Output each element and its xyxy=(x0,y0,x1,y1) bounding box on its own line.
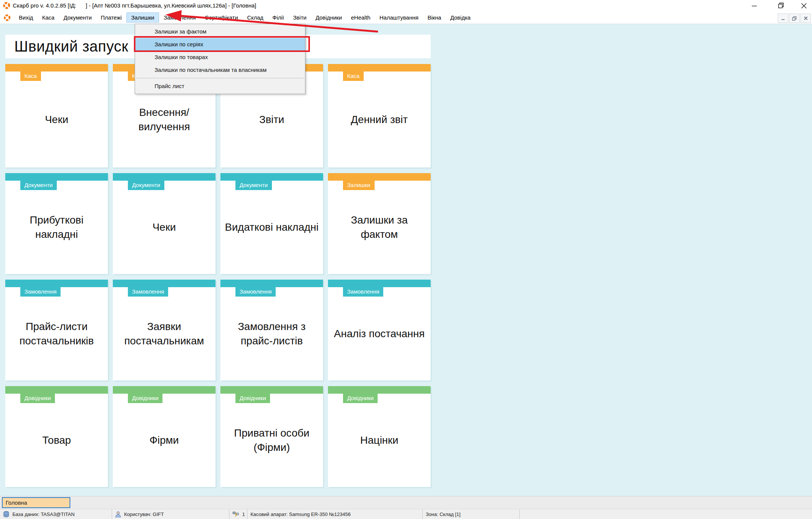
menu-item-zamovlennia[interactable]: Замовлення xyxy=(159,13,200,22)
tile-category-badge: Залишки xyxy=(343,181,375,190)
tile-zalyshky-za-faktom[interactable]: Залишки Залишки за фактом xyxy=(328,173,431,274)
tile-category-bar xyxy=(113,386,216,394)
menu-item-sertyfikaty[interactable]: Сертифікати xyxy=(200,13,243,22)
menu-item-sklad[interactable]: Склад xyxy=(243,13,268,22)
tile-label: Видаткові накладні xyxy=(220,213,323,234)
tile-category-badge: Замовлення xyxy=(235,287,276,297)
status-cash-register: Касовий апарат: Samsung ER-350 №123456 xyxy=(247,509,423,519)
tile-dokumenty-vydatkovi-nakladni[interactable]: Документи Видаткові накладні xyxy=(220,173,323,274)
tile-dovidnyky-pryvatni-osoby[interactable]: Довідники Приватні особи (Фірми) xyxy=(220,386,323,487)
tab-golovna[interactable]: Головна xyxy=(2,497,70,508)
page-title: Швидкий запуск xyxy=(5,38,128,55)
tile-category-bar xyxy=(113,280,216,287)
tile-category-bar xyxy=(5,173,108,181)
tile-category-badge: Документи xyxy=(20,181,57,190)
dropdown-item-zalyshky-za-faktom[interactable]: Залишки за фактом xyxy=(135,25,305,38)
tile-dokumenty-cheky[interactable]: Документи Чеки xyxy=(113,173,216,274)
tile-category-badge: Документи xyxy=(235,181,272,190)
tile-dovidnyky-tovar[interactable]: Довідники Товар xyxy=(5,386,108,487)
tile-category-badge: Замовлення xyxy=(20,287,61,297)
tile-category-badge: Каса xyxy=(20,72,41,81)
database-icon xyxy=(3,511,9,517)
status-zone-text: Зона: Склад [1] xyxy=(426,511,460,517)
menu-item-ehealth[interactable]: eHealth xyxy=(346,13,375,22)
dropdown-item-zalyshky-po-postachalnykam[interactable]: Залишки по постачальникам та власникам xyxy=(135,64,305,76)
tile-category-badge: Замовлення xyxy=(128,287,168,297)
dropdown-separator xyxy=(136,78,304,78)
app-logo-icon-small xyxy=(4,14,11,21)
zalyshky-dropdown-menu: Залишки за фактом Залишки по серіях Зали… xyxy=(135,24,305,94)
menu-item-zvity[interactable]: Звіти xyxy=(288,13,311,22)
mdi-restore-button[interactable] xyxy=(789,14,800,23)
tile-dovidnyky-firmy[interactable]: Довідники Фірми xyxy=(113,386,216,487)
tile-label: Аналіз постачання xyxy=(329,319,429,341)
tile-label: Фірми xyxy=(145,426,184,447)
menu-item-vikna[interactable]: Вікна xyxy=(423,13,446,22)
tile-category-bar xyxy=(328,173,431,181)
menu-item-vykhid[interactable]: Вихід xyxy=(14,13,38,22)
tile-category-bar xyxy=(220,386,323,394)
dropdown-item-zalyshky-po-tovarakh[interactable]: Залишки по товарах xyxy=(135,51,305,64)
menu-item-nalashtuvannia[interactable]: Налаштування xyxy=(375,13,423,22)
tile-category-bar xyxy=(5,386,108,394)
tile-category-badge: Каса xyxy=(343,72,364,81)
window-restore-button[interactable] xyxy=(773,0,789,11)
menu-item-dovidnyky[interactable]: Довідники xyxy=(311,13,346,22)
tile-category-badge: Довідники xyxy=(343,394,378,403)
window-close-button[interactable] xyxy=(795,0,812,11)
tile-category-badge: Довідники xyxy=(235,394,270,403)
status-bar: База даних: TASA3@TITAN Користувач: GIFT… xyxy=(0,509,812,519)
tile-label: Звіти xyxy=(255,105,288,127)
mdi-minimize-button[interactable] xyxy=(778,14,788,23)
window-minimize-button[interactable] xyxy=(746,0,762,11)
tile-label: Товар xyxy=(38,426,75,447)
tile-label: Прайс-листи постачальників xyxy=(5,312,108,348)
tile-zamovlennia-z-prais-lystiv[interactable]: Замовлення Замовлення з прайс-листів xyxy=(220,280,323,380)
user-icon xyxy=(115,511,121,517)
menu-item-dovidka[interactable]: Довідка xyxy=(446,13,475,22)
tile-zamovlennia-analiz-postachannia[interactable]: Замовлення Аналіз постачання xyxy=(328,280,431,380)
tile-label: Чеки xyxy=(40,105,73,127)
tile-category-bar xyxy=(5,64,108,72)
menu-item-dokumenty[interactable]: Документи xyxy=(59,13,96,22)
tile-category-bar xyxy=(5,280,108,287)
window-title: Скарб pro v. 4.0.2.85 [ІД: ] - [Апт №003… xyxy=(13,0,256,11)
tile-label: Замовлення з прайс-листів xyxy=(220,312,323,348)
dropdown-item-zalyshky-po-seriiakh[interactable]: Залишки по серіях xyxy=(135,38,305,51)
tile-category-bar xyxy=(113,173,216,181)
tile-zamovlennia-zaiavky-postachalnykam[interactable]: Замовлення Заявки постачальникам xyxy=(113,280,216,380)
status-connection-count: 1 xyxy=(242,511,245,517)
tile-category-badge: Довідники xyxy=(20,394,55,403)
tile-dokumenty-prybutkovi-nakladni[interactable]: Документи Прибуткові накладні xyxy=(5,173,108,274)
tab-bar: Головна xyxy=(0,496,812,509)
menu-item-filii[interactable]: Філії xyxy=(268,13,288,22)
dropdown-item-prais-lyst[interactable]: Прайс лист xyxy=(135,80,305,93)
tile-label: Внесення/вилучення xyxy=(113,98,216,134)
menu-item-platezhi[interactable]: Платежі xyxy=(96,13,126,22)
tile-category-bar xyxy=(328,64,431,72)
tile-category-badge: Документи xyxy=(128,181,164,190)
menu-item-kasa[interactable]: Каса xyxy=(38,13,59,22)
app-window: Скарб pro v. 4.0.2.85 [ІД: ] - [Апт №003… xyxy=(0,0,812,519)
tile-category-bar xyxy=(220,280,323,287)
status-cash-register-text: Касовий апарат: Samsung ER-350 №123456 xyxy=(250,511,351,517)
tile-label: Залишки за фактом xyxy=(328,205,431,242)
tile-category-badge: Замовлення xyxy=(343,287,383,297)
menu-bar: Вихід Каса Документи Платежі Залишки Зам… xyxy=(0,11,812,24)
quick-launch-grid: Каса Чеки Каса Внесення/вилучення Каса З… xyxy=(5,64,431,487)
status-database-text: База даних: TASA3@TITAN xyxy=(12,511,74,517)
tile-label: Заявки постачальникам xyxy=(113,312,216,348)
tile-kasa-dennyi-zvit[interactable]: Каса Денний звіт xyxy=(328,64,431,167)
status-connection: 1 xyxy=(229,509,247,519)
mdi-window-controls xyxy=(778,14,811,23)
tile-category-bar xyxy=(328,280,431,287)
tile-label: Чеки xyxy=(148,213,180,234)
tile-kasa-cheky[interactable]: Каса Чеки xyxy=(5,64,108,167)
mdi-close-button[interactable] xyxy=(800,14,811,23)
menu-item-zalyshky[interactable]: Залишки xyxy=(126,12,159,23)
tile-zamovlennia-prais-lysty-postachalnykiv[interactable]: Замовлення Прайс-листи постачальників xyxy=(5,280,108,380)
status-user: Користувач: GIFT xyxy=(112,509,229,519)
title-bar: Скарб pro v. 4.0.2.85 [ІД: ] - [Апт №003… xyxy=(0,0,812,11)
tile-dovidnyky-natsinky[interactable]: Довідники Націнки xyxy=(328,386,431,487)
tile-category-bar xyxy=(328,386,431,394)
